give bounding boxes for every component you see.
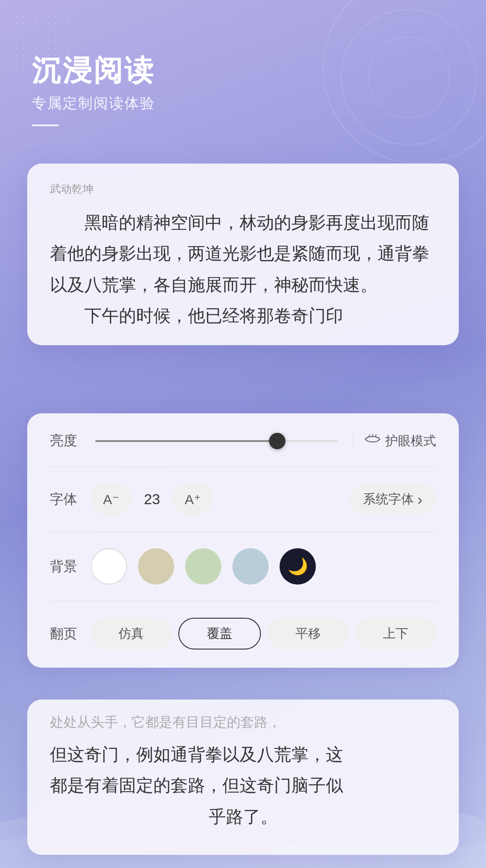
font-increase-button[interactable]: A⁺ <box>172 483 213 515</box>
page-option-updown[interactable]: 上下 <box>356 618 436 650</box>
brightness-label: 亮度 <box>50 432 91 450</box>
font-family-arrow-icon: › <box>417 491 422 508</box>
font-row: 字体 A⁻ 23 A⁺ 系统字体 › <box>50 483 436 515</box>
page-option-slide[interactable]: 平移 <box>268 618 349 650</box>
brightness-slider-track[interactable] <box>95 440 338 442</box>
font-decrease-button[interactable]: A⁻ <box>91 483 132 515</box>
background-options <box>91 548 436 585</box>
wave-decoration <box>0 777 486 868</box>
eye-mode-label: 护眼模式 <box>385 432 436 450</box>
font-controls: A⁻ 23 A⁺ 系统字体 › <box>91 483 436 515</box>
font-size-value: 23 <box>141 491 163 508</box>
bottom-text-blurred: 处处从头手，它都是有目目定的套路， <box>50 713 436 732</box>
divider-1 <box>50 466 436 467</box>
eye-mode-toggle[interactable]: 护眼模式 <box>364 432 436 450</box>
bg-option-beige[interactable] <box>138 548 174 585</box>
font-label: 字体 <box>50 490 91 509</box>
page-title: 沉浸阅读 <box>32 55 155 86</box>
settings-divider-vertical <box>353 432 353 450</box>
bg-option-blue[interactable] <box>232 548 269 585</box>
bottom-text-p1: 但这奇门，例如通背拳以及八荒掌，这 <box>50 739 436 770</box>
page-option-simulation[interactable]: 仿真 <box>91 618 171 650</box>
brightness-slider-fill <box>95 440 277 442</box>
bg-label: 背景 <box>50 557 91 576</box>
bg-option-white[interactable] <box>91 548 127 585</box>
bg-decoration-circle-3 <box>368 36 450 118</box>
header: 沉浸阅读 专属定制阅读体验 <box>32 55 155 126</box>
page-options: 仿真 覆盖 平移 上下 <box>91 618 436 650</box>
bg-option-dark[interactable] <box>280 548 316 585</box>
page-turn-row: 翻页 仿真 覆盖 平移 上下 <box>50 618 436 650</box>
bg-option-green[interactable] <box>185 548 221 585</box>
reader-paragraph-2: 下午的时候，他已经将那卷奇门印 <box>50 300 436 331</box>
reader-card: 武动乾坤 黑暗的精神空间中，林动的身影再度出现而随着他的身影出现，两道光影也是紧… <box>27 164 459 345</box>
book-title: 武动乾坤 <box>50 182 436 196</box>
font-family-selector[interactable]: 系统字体 › <box>349 484 436 515</box>
background-row: 背景 <box>50 548 436 585</box>
page-option-cover[interactable]: 覆盖 <box>178 618 260 650</box>
font-family-label: 系统字体 <box>363 491 414 508</box>
brightness-row: 亮度 护眼模式 <box>50 432 436 450</box>
settings-panel: 亮度 护眼模式 字体 A⁻ <box>27 413 459 668</box>
header-divider <box>32 124 59 126</box>
brightness-control <box>91 440 342 442</box>
page-subtitle: 专属定制阅读体验 <box>32 94 155 114</box>
eye-icon <box>364 434 381 448</box>
brightness-slider-thumb[interactable] <box>269 433 285 449</box>
divider-3 <box>50 601 436 601</box>
page-label: 翻页 <box>50 625 91 643</box>
divider-2 <box>50 531 436 532</box>
reader-paragraph-1: 黑暗的精神空间中，林动的身影再度出现而随着他的身影出现，两道光影也是紧随而现，通… <box>50 207 436 300</box>
